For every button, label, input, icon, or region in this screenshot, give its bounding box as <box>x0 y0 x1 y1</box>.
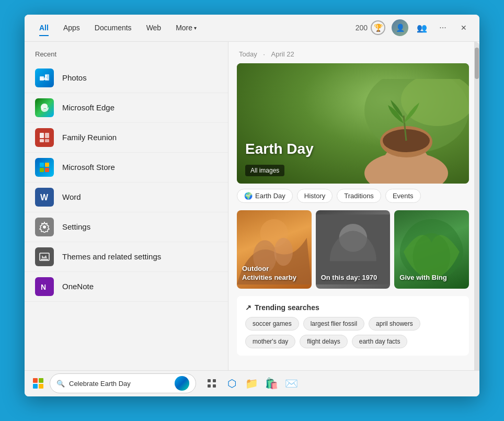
onenote-icon: N <box>35 277 54 296</box>
all-images-button[interactable]: All images <box>245 165 284 176</box>
svg-text:W: W <box>40 193 49 202</box>
hero-image <box>323 79 469 184</box>
chip-history[interactable]: History <box>297 189 333 203</box>
store-taskbar-icon[interactable]: 🛍️ <box>262 374 281 393</box>
edge-label: Microsoft Edge <box>62 103 114 112</box>
win-sq3 <box>33 384 38 389</box>
svg-rect-32 <box>208 379 211 382</box>
themes-label: Themes and related settings <box>62 252 161 261</box>
avatar[interactable]: 👤 <box>392 19 408 36</box>
sidebar-item-photos[interactable]: Photos <box>25 63 228 93</box>
settings-label: Settings <box>62 222 90 231</box>
sidebar-item-word[interactable]: W Word <box>25 183 228 212</box>
mail-taskbar-icon[interactable]: ✉️ <box>282 374 301 393</box>
bing-icon <box>175 376 189 391</box>
chip-events[interactable]: Events <box>385 189 421 203</box>
people-icon[interactable]: 👥 <box>415 20 429 35</box>
store-icon <box>35 158 54 177</box>
sidebar-item-store[interactable]: Microsoft Store <box>25 153 228 183</box>
nav-bar: All Apps Documents Web More ▾ 200 🏆 👤 👥 … <box>25 15 479 42</box>
windows-logo <box>33 378 43 389</box>
recent-label: Recent <box>25 50 228 63</box>
svg-rect-33 <box>213 379 216 382</box>
nav-right: 200 🏆 👤 👥 ··· ✕ <box>356 19 471 36</box>
hero-card[interactable]: Earth Day All images <box>237 63 469 184</box>
hero-title: Earth Day <box>245 141 314 157</box>
onenote-label: OneNote <box>62 282 94 291</box>
word-label: Word <box>62 192 81 201</box>
onthisday-label: On this day: 1970 <box>321 274 377 282</box>
reunion-label: Family Reunion <box>62 133 117 142</box>
tab-apps[interactable]: Apps <box>57 20 86 35</box>
trending-icon: ↗ <box>245 303 251 312</box>
scrollbar-thumb[interactable] <box>475 48 479 79</box>
close-button[interactable]: ✕ <box>456 20 471 35</box>
reunion-icon <box>35 128 54 147</box>
svg-rect-8 <box>45 139 49 142</box>
files-taskbar-icon[interactable]: 📁 <box>242 374 261 393</box>
hero-text: Earth Day <box>245 141 314 157</box>
win-sq1 <box>33 378 38 383</box>
taskview-icon[interactable] <box>202 374 221 393</box>
sidebar-item-themes[interactable]: Themes and related settings <box>25 242 228 272</box>
tab-more[interactable]: More ▾ <box>169 20 203 35</box>
start-button[interactable] <box>29 374 48 393</box>
svg-point-31 <box>413 233 450 279</box>
svg-point-28 <box>274 237 293 266</box>
taskbar-icons: ⬡ 📁 🛍️ ✉️ <box>202 374 301 393</box>
card-onthisday[interactable]: On this day: 1970 <box>316 210 391 289</box>
score-value: 200 <box>356 24 368 32</box>
settings-icon <box>35 218 54 236</box>
svg-point-16 <box>43 225 46 229</box>
score-badge: 200 🏆 <box>356 20 385 35</box>
topic-chips: 🌍 Earth Day History Traditions Events <box>237 189 469 203</box>
globe-icon: 🌍 <box>244 192 253 200</box>
sidebar-item-reunion[interactable]: Family Reunion <box>25 123 228 153</box>
edge-taskbar-icon[interactable]: ⬡ <box>222 374 241 393</box>
svg-point-3 <box>45 75 47 77</box>
sidebar-item-settings[interactable]: Settings <box>25 212 228 242</box>
card-give[interactable]: Give with Bing <box>394 210 469 289</box>
chevron-down-icon: ▾ <box>194 25 197 31</box>
svg-rect-11 <box>45 163 49 167</box>
trend-flight[interactable]: flight delays <box>300 335 347 348</box>
small-cards-row: OutdoorActivities nearby On this day: 19… <box>237 210 469 289</box>
give-label: Give with Bing <box>399 274 446 282</box>
chip-traditions[interactable]: Traditions <box>337 189 381 203</box>
search-icon: 🔍 <box>56 380 65 388</box>
themes-icon <box>35 247 54 266</box>
chip-earthday[interactable]: 🌍 Earth Day <box>237 189 293 203</box>
card-outdoor[interactable]: OutdoorActivities nearby <box>237 210 312 289</box>
tab-documents[interactable]: Documents <box>88 20 138 35</box>
store-label: Microsoft Store <box>62 163 115 172</box>
win-sq2 <box>39 378 43 383</box>
trending-chips: soccer games largest flier fossil april … <box>245 317 461 348</box>
edge-icon <box>35 98 54 117</box>
trend-soccer[interactable]: soccer games <box>245 317 299 331</box>
tab-web[interactable]: Web <box>140 20 168 35</box>
right-panel: Today · April 22 <box>228 42 479 370</box>
taskbar-search[interactable]: 🔍 Celebrate Earth Day <box>50 373 196 393</box>
svg-rect-12 <box>40 168 44 172</box>
trend-earthfacts[interactable]: earth day facts <box>352 335 408 348</box>
sidebar-item-onenote[interactable]: N OneNote <box>25 272 228 302</box>
sidebar-item-edge[interactable]: Microsoft Edge <box>25 93 228 123</box>
trophy-icon[interactable]: 🏆 <box>371 20 385 35</box>
svg-rect-13 <box>45 168 49 172</box>
trend-mothers[interactable]: mother's day <box>245 335 295 348</box>
search-text: Celebrate Earth Day <box>69 380 170 388</box>
photos-icon <box>35 69 54 87</box>
svg-rect-10 <box>40 163 44 167</box>
tab-all[interactable]: All <box>33 20 55 35</box>
trend-april[interactable]: april showers <box>369 317 420 331</box>
photos-label: Photos <box>62 73 87 82</box>
main-content: Recent Photos Microsoft Edge F <box>25 42 479 370</box>
word-icon: W <box>35 188 54 207</box>
trend-fossil[interactable]: largest flier fossil <box>303 317 364 331</box>
taskbar: 🔍 Celebrate Earth Day ⬡ 📁 🛍️ ✉️ <box>25 370 479 396</box>
more-options-icon[interactable]: ··· <box>436 20 450 35</box>
sidebar: Recent Photos Microsoft Edge F <box>25 42 228 370</box>
date-label: Today · April 22 <box>237 50 469 58</box>
svg-rect-6 <box>45 133 49 138</box>
svg-text:N: N <box>41 283 46 291</box>
